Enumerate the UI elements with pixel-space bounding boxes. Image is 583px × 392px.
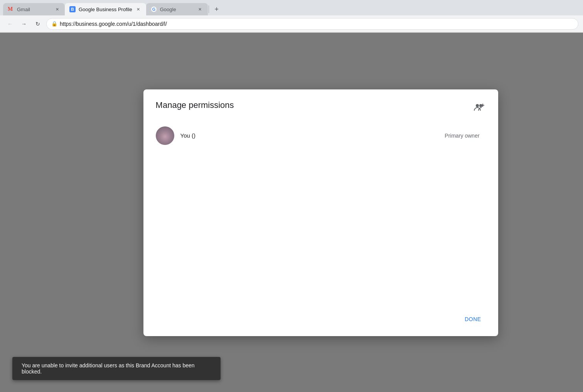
google-favicon: G (151, 6, 157, 12)
toast-notification: You are unable to invite additional user… (12, 357, 221, 380)
user-role: Primary owner (445, 133, 485, 139)
svg-text:G: G (152, 7, 155, 12)
tab-gmail-close[interactable]: ✕ (54, 6, 60, 12)
tab-google[interactable]: G Google ✕ (146, 3, 208, 15)
forward-button[interactable]: → (19, 19, 29, 29)
tab-bar: M Gmail ✕ B Google Business Profile ✕ G (0, 0, 583, 15)
page-content: Manage permissions You () (0, 33, 583, 392)
tab-gmail-label: Gmail (17, 7, 51, 12)
tab-gmail[interactable]: M Gmail ✕ (3, 3, 65, 15)
user-info: You () (180, 132, 439, 139)
toast-message: You are unable to invite additional user… (22, 362, 195, 375)
avatar (156, 126, 174, 145)
user-row: You () Primary owner (156, 123, 486, 148)
tab-separator (209, 5, 209, 13)
tab-google-close[interactable]: ✕ (197, 6, 203, 12)
dialog-title: Manage permissions (156, 100, 234, 110)
address-field[interactable]: 🔒 https://business.google.com/u/1/dashbo… (46, 18, 578, 30)
new-tab-button[interactable]: + (211, 4, 222, 15)
dialog-header: Manage permissions (156, 100, 486, 114)
back-button[interactable]: ← (5, 19, 15, 29)
tab-gmb-close[interactable]: ✕ (135, 6, 142, 12)
dialog-footer: DONE (156, 307, 486, 325)
done-button[interactable]: DONE (460, 313, 485, 325)
svg-point-4 (476, 104, 479, 107)
lock-icon: 🔒 (51, 21, 57, 27)
tab-gmb-label: Google Business Profile (79, 7, 132, 12)
tab-gmb[interactable]: B Google Business Profile ✕ (65, 3, 146, 15)
tab-google-label: Google (160, 7, 194, 12)
user-name-suffix: ) (194, 132, 195, 139)
browser-chrome: M Gmail ✕ B Google Business Profile ✕ G (0, 0, 583, 33)
url-text: https://business.google.com/u/1/dashboar… (60, 21, 167, 27)
gmb-favicon: B (69, 6, 76, 12)
gmail-favicon: M (8, 6, 14, 12)
add-people-button[interactable] (472, 100, 486, 114)
user-name-prefix: You ( (180, 132, 194, 139)
address-bar-row: ← → ↻ 🔒 https://business.google.com/u/1/… (0, 15, 583, 32)
avatar-image (156, 126, 174, 145)
manage-permissions-dialog: Manage permissions You () (143, 89, 498, 336)
reload-button[interactable]: ↻ (32, 19, 43, 29)
svg-text:B: B (71, 7, 74, 12)
